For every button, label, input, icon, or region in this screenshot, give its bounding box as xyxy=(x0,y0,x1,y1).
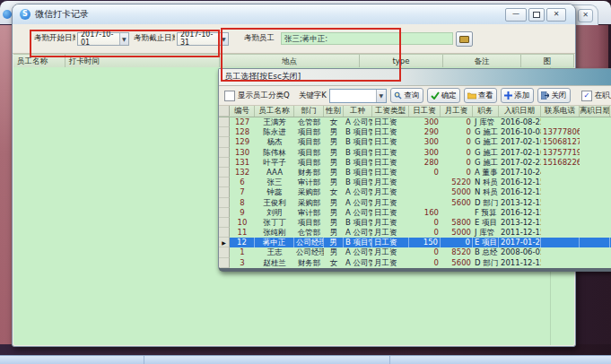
confirm-button[interactable]: 确定 xyxy=(427,88,460,103)
keyword-combobox[interactable]: ▼ xyxy=(329,89,387,103)
employee-row[interactable]: ▶12蒋中正公司经理男B 项目管理日工资1500E 项目2017-01-241 xyxy=(219,238,611,247)
grid-cell: 2016-12-15 xyxy=(499,208,541,218)
employee-row[interactable]: 7钟蕊采购部女A 公司管理月工资5000N 科员2016-12-151 xyxy=(219,187,611,197)
row-selector[interactable] xyxy=(219,208,230,218)
background-close-button[interactable]: ✕ xyxy=(578,9,593,22)
grid-column-header[interactable]: 离职日期 xyxy=(580,106,610,117)
restore-button[interactable] xyxy=(528,8,545,22)
grid-cell xyxy=(580,168,610,178)
view-button[interactable]: 查看 xyxy=(464,88,497,103)
main-column-header[interactable]: 打卡时间 xyxy=(65,55,220,68)
grid-column-header[interactable]: 工种 xyxy=(344,106,372,117)
employee-row[interactable]: 1王志公司经理男A 公司管理月工资08520B 总经2008-06-051 xyxy=(219,247,611,257)
row-selector[interactable] xyxy=(219,127,230,137)
row-selector[interactable] xyxy=(219,228,230,238)
employee-row[interactable]: 129杨杰项目部男B 项目管理日工资3000G 施工2017-02-101506… xyxy=(219,137,611,147)
grid-cell: G 施工 xyxy=(473,148,499,158)
row-selector[interactable] xyxy=(219,247,230,257)
row-selector[interactable] xyxy=(219,198,230,208)
taskbar[interactable] xyxy=(0,355,611,364)
grid-cell: J 库管 xyxy=(473,117,499,127)
onduty-checkbox[interactable]: ✓ xyxy=(581,91,592,101)
dialog-titlebar[interactable]: 员工选择[按Esc关闭] xyxy=(219,69,611,86)
grid-cell: 男 xyxy=(324,158,344,168)
main-column-header[interactable]: 员工名称 xyxy=(13,55,65,68)
row-selector[interactable] xyxy=(219,158,230,168)
grid-column-header[interactable]: 工资类型 xyxy=(372,106,409,117)
row-selector[interactable]: ▶ xyxy=(219,238,230,247)
row-selector[interactable] xyxy=(219,258,230,268)
employee-row[interactable]: 131叶平子项目部男B 项目管理日工资2800G 施工2017-02-22151… xyxy=(219,158,611,168)
employee-row[interactable]: 127王满芳仓管部女A 公司管理日工资3000J 库管2016-08-25 xyxy=(219,117,611,127)
folder-icon xyxy=(467,91,476,100)
row-selector[interactable] xyxy=(219,168,230,178)
employee-row[interactable]: 132AAA财务部男B 项目管理日工资00A 董事2017-10-241 xyxy=(219,168,611,178)
grid-cell: 蒋中正 xyxy=(255,238,294,247)
main-titlebar[interactable]: S 微信打卡记录 — ✕ xyxy=(13,4,575,25)
main-column-header[interactable]: type xyxy=(360,55,443,68)
employee-row[interactable]: 3赵桂兰财务部女A 公司管理月工资05600D 部门2011-12-151 xyxy=(219,258,611,268)
grid-cell: 2011-12-15 xyxy=(499,258,541,268)
grid-cell: 5000 xyxy=(441,187,473,197)
grid-column-header[interactable]: 日工资 xyxy=(409,106,441,117)
grid-cell: 男 xyxy=(324,247,344,257)
employee-row[interactable]: 6张三审计部男B 项目管理月工资5220N 科员2016-12-151 xyxy=(219,178,611,187)
grid-column-header[interactable]: 编号 xyxy=(230,106,255,117)
grid-cell xyxy=(580,127,610,137)
grid-cell: G 施工 xyxy=(473,158,499,168)
minimize-button[interactable]: — xyxy=(505,8,527,22)
start-date-select[interactable]: 2017-10-01 ▼ xyxy=(77,32,129,46)
grid-cell: N 科员 xyxy=(473,187,499,197)
grid-column-header[interactable]: 员工名称 xyxy=(255,106,294,117)
row-selector[interactable] xyxy=(219,178,230,187)
grid-cell: 日工资 xyxy=(372,148,409,158)
employee-picker-button[interactable] xyxy=(456,31,473,47)
employee-filter-input[interactable]: 张三;蒋中正: xyxy=(281,32,453,45)
employee-row[interactable]: 11张纯刚仓管部男A 公司管理月工资05000J 库管2011-12-151 xyxy=(219,228,611,238)
grid-cell: D 部门 xyxy=(473,198,499,208)
grid-cell xyxy=(580,178,610,187)
show-category-checkbox[interactable] xyxy=(224,91,235,101)
taskbar-separator xyxy=(144,356,144,364)
dialog-toolbar: 显示员工分类Q 关键字K ▼ 查询 确定 查看 添加 xyxy=(219,86,611,106)
chevron-down-icon[interactable]: ▼ xyxy=(219,33,228,45)
grid-column-header[interactable]: 入职日期 xyxy=(499,106,541,117)
employee-row[interactable]: 128陈永进项目部男B 项目管理日工资2900G 施工2016-10-08137… xyxy=(219,127,611,137)
grid-column-header[interactable]: 职务 xyxy=(473,106,499,117)
row-selector[interactable] xyxy=(219,218,230,228)
screen: ✕ S 微信打卡记录 — ✕ 考勤开始日期 2017-10-01 ▼ 考勤截止日… xyxy=(0,0,611,364)
employee-row[interactable]: 130陈伟林项目部男B 项目管理日工资3000G 施工2017-02-16137… xyxy=(219,148,611,158)
employee-filter-label: 考勤员工 xyxy=(244,33,278,44)
add-button[interactable]: 添加 xyxy=(501,88,534,103)
chevron-down-icon[interactable]: ▼ xyxy=(376,90,386,102)
grid-cell: 女 xyxy=(324,187,344,197)
query-button[interactable]: 查询 xyxy=(390,88,423,103)
row-selector[interactable] xyxy=(219,187,230,197)
grid-column-header[interactable]: 部门 xyxy=(294,106,324,117)
employee-row[interactable]: 10张丁丁项目部男B 项目管理月工资05800E 项目2013-12-151 xyxy=(219,218,611,228)
close-button[interactable]: ✕ xyxy=(546,8,566,22)
grid-cell: 男 xyxy=(324,198,344,208)
employee-row[interactable]: 8王俊利采购部男A 公司管理月工资5600D 部门2013-12-151 xyxy=(219,198,611,208)
row-selector[interactable] xyxy=(219,148,230,158)
grid-cell xyxy=(409,178,441,187)
grid-cell: 127 xyxy=(230,117,255,127)
grid-column-header[interactable]: 月工资 xyxy=(441,106,473,117)
main-column-header[interactable]: 备注 xyxy=(443,55,521,68)
main-column-header[interactable]: 地点 xyxy=(220,55,360,68)
row-selector[interactable] xyxy=(219,117,230,127)
grid-cell: 陈伟林 xyxy=(255,148,294,158)
show-category-label: 显示员工分类Q xyxy=(238,91,290,101)
grid-column-header[interactable]: 性别 xyxy=(324,106,344,117)
main-column-header[interactable]: 图 xyxy=(521,55,574,68)
dialog-close-button[interactable]: 关闭 xyxy=(537,88,571,103)
grid-column-header[interactable]: 联系电话 xyxy=(541,106,580,117)
employee-row[interactable]: 9刘明审计部男A 公司管理日工资160F 预算2016-12-151 xyxy=(219,208,611,218)
background-window-left-edge xyxy=(0,25,13,346)
grid-cell: B 项目管理 xyxy=(344,178,372,187)
grid-cell: A 公司管理 xyxy=(344,247,372,257)
end-date-select[interactable]: 2017-10-31 ▼ xyxy=(177,32,229,46)
row-selector[interactable] xyxy=(219,137,230,147)
grid-cell: 男 xyxy=(324,218,344,228)
chevron-down-icon[interactable]: ▼ xyxy=(119,33,128,45)
